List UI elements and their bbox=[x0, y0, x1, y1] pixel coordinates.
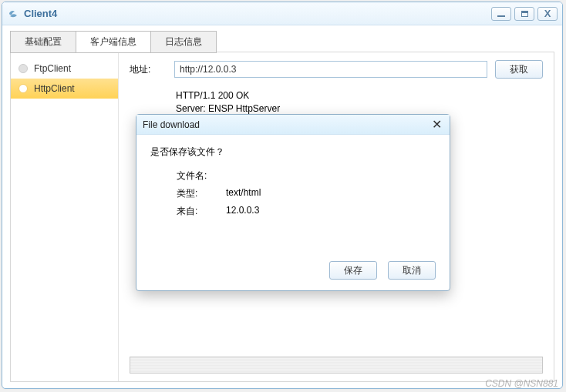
save-button[interactable]: 保存 bbox=[329, 261, 377, 280]
minimize-button[interactable] bbox=[491, 7, 511, 21]
dialog-close-icon[interactable]: ✕ bbox=[430, 117, 443, 132]
watermark: CSDN @NSN881 bbox=[485, 378, 558, 389]
status-strip bbox=[130, 357, 543, 374]
dialog-prompt: 是否保存该文件？ bbox=[150, 146, 436, 159]
dot-icon bbox=[19, 64, 28, 73]
maximize-button[interactable] bbox=[514, 7, 534, 21]
fetch-button[interactable]: 获取 bbox=[495, 60, 543, 79]
tabs: 基础配置 客户端信息 日志信息 bbox=[10, 30, 554, 52]
dialog-title: File download bbox=[143, 119, 430, 130]
dot-icon bbox=[19, 84, 28, 93]
window-title: Client4 bbox=[24, 8, 488, 19]
sidebar-item-httpclient[interactable]: HttpClient bbox=[11, 79, 118, 99]
type-label: 类型: bbox=[177, 187, 226, 200]
dialog-titlebar[interactable]: File download ✕ bbox=[136, 115, 450, 135]
sidebar: FtpClient HttpClient bbox=[11, 52, 119, 381]
close-button[interactable]: X bbox=[537, 7, 558, 21]
from-value: 12.0.0.3 bbox=[226, 205, 259, 218]
file-download-dialog: File download ✕ 是否保存该文件？ 文件名: 类型: text/h… bbox=[136, 114, 450, 291]
tab-client-info[interactable]: 客户端信息 bbox=[76, 31, 151, 53]
type-value: text/html bbox=[226, 187, 261, 200]
sidebar-item-label: HttpClient bbox=[34, 83, 75, 94]
sidebar-item-label: FtpClient bbox=[34, 63, 71, 74]
titlebar[interactable]: Client4 X bbox=[2, 2, 562, 25]
cancel-button[interactable]: 取消 bbox=[388, 261, 436, 280]
dialog-row-filename: 文件名: bbox=[177, 169, 436, 183]
sidebar-item-ftpclient[interactable]: FtpClient bbox=[11, 59, 118, 79]
from-label: 来自: bbox=[177, 205, 226, 218]
dialog-body: 是否保存该文件？ 文件名: 类型: text/html 来自: 12.0.0.3 bbox=[136, 135, 450, 261]
filename-label: 文件名: bbox=[177, 169, 226, 183]
tab-log-info[interactable]: 日志信息 bbox=[151, 31, 217, 53]
dialog-row-from: 来自: 12.0.0.3 bbox=[177, 205, 436, 218]
dialog-buttons: 保存 取消 bbox=[136, 261, 450, 290]
tab-basic-config[interactable]: 基础配置 bbox=[10, 31, 76, 53]
address-input[interactable] bbox=[174, 61, 487, 78]
dialog-row-type: 类型: text/html bbox=[177, 187, 436, 200]
app-logo-icon bbox=[7, 8, 19, 20]
address-row: 地址: 获取 bbox=[130, 60, 543, 79]
address-label: 地址: bbox=[130, 63, 167, 76]
